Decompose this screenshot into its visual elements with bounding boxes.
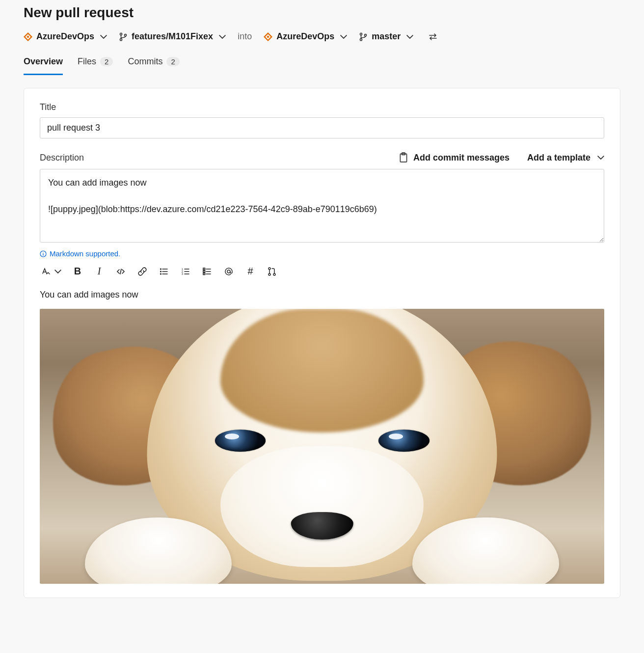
bold-button[interactable]: B [72,266,83,277]
info-icon [40,250,47,257]
svg-point-10 [161,271,161,272]
source-repo-picker[interactable]: AzureDevOps [24,31,107,42]
add-template-button[interactable]: Add a template [527,153,604,163]
tab-badge: 2 [166,57,179,66]
repo-icon [264,32,272,41]
source-branch-picker[interactable]: features/M101Fixex [119,31,226,42]
numbered-list-button[interactable]: 123 [180,266,191,277]
title-input[interactable] [40,117,604,138]
title-label: Title [40,102,604,112]
svg-point-3 [360,33,362,35]
swap-branches-icon[interactable] [428,32,438,42]
svg-rect-15 [203,268,205,270]
page-title: New pull request [24,5,620,21]
svg-point-11 [161,273,161,274]
action-label: Add commit messages [413,153,510,163]
chevron-down-icon [100,33,107,40]
italic-button[interactable]: I [94,266,105,277]
svg-point-1 [120,38,122,40]
source-branch-name: features/M101Fixex [132,31,213,42]
pr-form-card: Title Description Add commit messages Ad… [24,88,620,598]
bulleted-list-button[interactable] [159,266,169,277]
markdown-toolbar: B I 123 # [40,266,604,277]
chevron-down-icon [406,33,413,40]
add-commit-messages-button[interactable]: Add commit messages [399,152,510,163]
tab-overview[interactable]: Overview [24,56,63,75]
description-label: Description [40,153,84,163]
svg-point-5 [365,34,367,36]
branch-selector-row: AzureDevOps features/M101Fixex into Azur… [24,31,620,42]
tab-label: Files [78,56,96,67]
branch-icon [119,32,128,41]
tab-badge: 2 [100,57,113,66]
tab-label: Overview [24,56,63,67]
code-button[interactable] [115,266,126,277]
tab-files[interactable]: Files 2 [78,56,113,75]
svg-point-0 [120,33,122,35]
svg-point-9 [161,269,161,270]
chevron-down-icon [219,33,226,40]
description-textarea[interactable] [40,169,604,243]
preview-text: You can add images now [40,290,604,300]
tab-label: Commits [128,56,162,67]
tabs: Overview Files 2 Commits 2 [24,56,620,75]
markdown-link-text: Markdown supported. [50,249,120,258]
chevron-down-icon[interactable] [54,268,61,275]
markdown-supported-link[interactable]: Markdown supported. [40,249,120,258]
link-button[interactable] [137,266,148,277]
svg-point-18 [227,270,230,273]
target-branch-picker[interactable]: master [359,31,413,42]
svg-rect-17 [203,273,205,275]
mention-button[interactable] [223,266,234,277]
chevron-down-icon [340,33,347,40]
clipboard-icon [399,152,408,163]
branch-icon [359,32,368,41]
pull-request-button[interactable] [267,266,277,277]
repo-icon [24,32,32,41]
preview-image [40,309,604,584]
chevron-down-icon [597,154,604,161]
checklist-button[interactable] [202,266,213,277]
source-repo-name: AzureDevOps [36,31,94,42]
svg-text:3: 3 [182,272,183,275]
tab-commits[interactable]: Commits 2 [128,56,179,75]
svg-point-2 [125,34,127,36]
target-branch-name: master [372,31,401,42]
work-item-button[interactable]: # [245,266,256,277]
text-style-button[interactable] [40,266,51,277]
into-label: into [238,31,252,42]
target-repo-name: AzureDevOps [276,31,334,42]
svg-rect-16 [203,271,205,272]
action-label: Add a template [527,153,590,163]
svg-point-4 [360,38,362,40]
target-repo-picker[interactable]: AzureDevOps [264,31,347,42]
